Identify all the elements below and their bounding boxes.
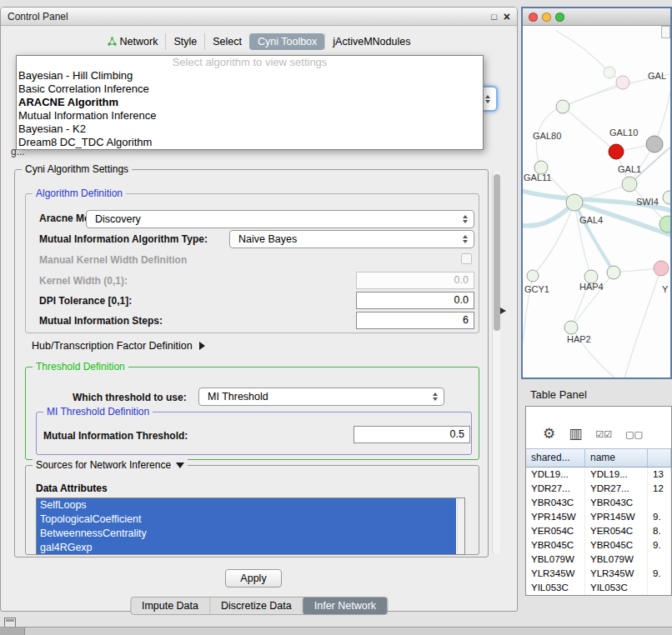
select-all-icon[interactable]: ☑☑ bbox=[595, 427, 612, 442]
dpi-tolerance-field[interactable]: 0.0 bbox=[356, 292, 474, 309]
close-traffic-light[interactable] bbox=[529, 12, 538, 22]
mi-type-value: Naive Bayes bbox=[238, 233, 297, 245]
network-node[interactable] bbox=[663, 191, 670, 204]
tab-style[interactable]: Style bbox=[165, 33, 204, 50]
network-node[interactable] bbox=[604, 67, 615, 78]
node-label: GAL11 bbox=[524, 172, 551, 182]
settings-scrollbar[interactable] bbox=[492, 171, 500, 554]
tab-label: Style bbox=[173, 35, 197, 48]
node-label: GCY1 bbox=[524, 284, 549, 294]
mi-threshold-title: MI Threshold Definition bbox=[43, 406, 153, 418]
float-window-icon[interactable]: □ bbox=[491, 8, 497, 26]
column-header[interactable] bbox=[648, 449, 671, 467]
algorithm-popup-list: Bayesian - Hill ClimbingBasic Correlatio… bbox=[17, 69, 483, 149]
network-node[interactable] bbox=[622, 177, 637, 192]
table-row[interactable]: YBL079WYBL079W bbox=[526, 552, 671, 567]
control-panel-titlebar[interactable]: Control Panel □ × bbox=[1, 8, 517, 26]
table-row[interactable]: YDL19...YDL19...13 bbox=[526, 468, 671, 482]
column-header[interactable]: name bbox=[585, 449, 648, 467]
network-node[interactable] bbox=[564, 321, 578, 334]
tab-cyni-toolbox[interactable]: Cyni Toolbox bbox=[249, 33, 324, 50]
table-cell: 8. bbox=[648, 524, 671, 538]
mi-threshold-label: Mutual Information Threshold: bbox=[43, 430, 188, 442]
table-cell: YDL19... bbox=[585, 468, 648, 482]
data-attribute-item[interactable]: TopologicalCoefficient bbox=[37, 512, 456, 527]
network-node[interactable] bbox=[566, 194, 583, 211]
hub-definition-toggle[interactable]: Hub/Transcription Factor Definition bbox=[32, 340, 205, 352]
table-cell bbox=[648, 581, 671, 595]
threshold-type-select[interactable]: MI Threshold bbox=[198, 388, 444, 406]
network-window-titlebar[interactable] bbox=[523, 8, 670, 26]
data-attribute-item[interactable]: SelfLoops bbox=[37, 498, 456, 512]
tab-jactivemnodules[interactable]: jActiveMNodules bbox=[324, 33, 418, 50]
scrollbar-thumb[interactable] bbox=[494, 174, 500, 331]
sources-toggle[interactable]: Sources for Network Inference bbox=[33, 459, 188, 472]
table-row[interactable]: YDR27...YDR27...12 bbox=[526, 482, 671, 496]
table-row[interactable]: YBR043CYBR043C bbox=[526, 496, 671, 510]
algorithm-option[interactable]: Bayesian - Hill Climbing bbox=[17, 69, 483, 82]
panel-collapse-icon[interactable] bbox=[500, 308, 506, 314]
cyni-settings-title: Cyni Algorithm Settings bbox=[22, 163, 132, 176]
table-row[interactable]: YER054CYER054C8. bbox=[526, 524, 671, 538]
chevron-updown-icon bbox=[433, 392, 438, 401]
list-scrollbar[interactable] bbox=[457, 498, 464, 554]
manual-kernel-label: Manual Kernel Width Definition bbox=[39, 254, 187, 266]
network-graph[interactable]: GALGAL80GAL10GAL11GAL1SWI4GAL4GCY1HAP4HA… bbox=[523, 26, 670, 378]
node-label: GAL10 bbox=[609, 128, 638, 138]
algorithm-option[interactable]: ARACNE Algorithm bbox=[17, 96, 483, 109]
table-cell: YBL079W bbox=[526, 552, 585, 567]
table-cell: YDR27... bbox=[585, 482, 648, 496]
data-attribute-item[interactable]: gal4RGexp bbox=[37, 541, 456, 555]
column-header[interactable]: shared... bbox=[526, 449, 585, 467]
chevron-updown-icon bbox=[463, 215, 468, 223]
network-node[interactable] bbox=[527, 270, 539, 282]
node-label: HAP4 bbox=[579, 282, 604, 292]
network-node[interactable] bbox=[646, 136, 663, 152]
minimize-traffic-light[interactable] bbox=[542, 12, 551, 22]
algorithm-option[interactable]: Basic Correlation Inference bbox=[17, 82, 483, 96]
bottom-tab-infer-network[interactable]: Infer Network bbox=[303, 598, 387, 614]
close-icon[interactable]: × bbox=[504, 8, 510, 26]
tab-network[interactable]: Network bbox=[100, 33, 166, 50]
dpi-tolerance-label: DPI Tolerance [0,1]: bbox=[39, 295, 132, 307]
mi-steps-label: Mutual Information Steps: bbox=[39, 315, 163, 327]
data-attribute-item[interactable]: BetweennessCentrality bbox=[37, 527, 456, 541]
apply-button[interactable]: Apply bbox=[225, 569, 282, 588]
table-cell: YER054C bbox=[585, 524, 648, 538]
network-node[interactable] bbox=[607, 266, 620, 279]
mi-threshold-field[interactable]: 0.5 bbox=[354, 426, 470, 443]
mi-steps-field[interactable]: 6 bbox=[356, 312, 474, 329]
table-row[interactable]: YLR345WYLR345W9. bbox=[526, 567, 671, 581]
algorithm-option[interactable]: Dream8 DC_TDC Algorithm bbox=[17, 136, 483, 149]
network-canvas[interactable]: GALGAL80GAL10GAL11GAL1SWI4GAL4GCY1HAP4HA… bbox=[523, 26, 670, 378]
which-threshold-label: Which threshold to use: bbox=[73, 392, 187, 403]
table-cell: YLR345W bbox=[585, 567, 648, 581]
columns-icon[interactable]: ▥ bbox=[569, 427, 582, 442]
data-attributes-list[interactable]: SelfLoopsTopologicalCoefficientBetweenne… bbox=[36, 498, 465, 555]
table-cell: 9. bbox=[648, 567, 671, 581]
zoom-traffic-light[interactable] bbox=[555, 12, 564, 22]
deselect-all-icon[interactable]: ▢▢ bbox=[625, 427, 643, 442]
algorithm-option[interactable]: Mutual Information Inference bbox=[17, 109, 483, 122]
tab-select[interactable]: Select bbox=[204, 33, 249, 50]
table-cell: YBR045C bbox=[526, 538, 585, 552]
table-row[interactable]: YIL053CYIL053C bbox=[526, 581, 671, 595]
table-row[interactable]: YPR145WYPR145W9. bbox=[526, 510, 671, 524]
network-node[interactable] bbox=[556, 100, 569, 113]
network-node[interactable] bbox=[609, 144, 624, 159]
network-scrollbar-fragment[interactable] bbox=[661, 26, 670, 38]
tab-label: Network bbox=[120, 35, 158, 48]
network-node[interactable] bbox=[654, 261, 669, 276]
bottom-tab-discretize-data[interactable]: Discretize Data bbox=[209, 598, 303, 614]
algorithm-option[interactable]: Bayesian - K2 bbox=[17, 122, 483, 136]
bottom-tab-impute-data[interactable]: Impute Data bbox=[131, 598, 209, 614]
network-node[interactable] bbox=[616, 76, 629, 89]
control-panel-window: Control Panel □ × NetworkStyleSelectCyni… bbox=[0, 7, 518, 612]
hub-definition-label: Hub/Transcription Factor Definition bbox=[32, 340, 193, 352]
table-cell: YBL079W bbox=[585, 552, 648, 567]
table-row[interactable]: YBR045CYBR045C9. bbox=[526, 538, 671, 552]
table-cell: YBR043C bbox=[526, 496, 585, 510]
gear-icon[interactable]: ⚙ bbox=[543, 427, 555, 442]
mi-type-select[interactable]: Naive Bayes bbox=[229, 230, 474, 248]
aracne-mode-select[interactable]: Discovery bbox=[86, 210, 474, 228]
